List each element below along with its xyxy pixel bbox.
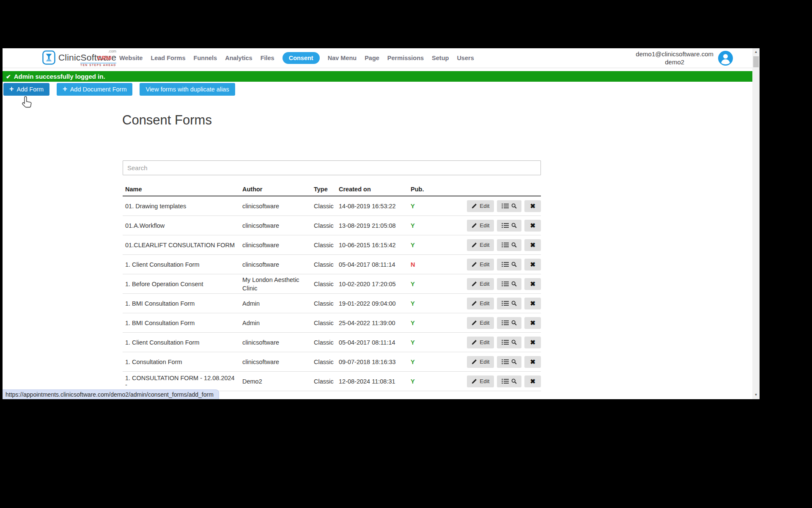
nav-item[interactable]: Setup	[432, 55, 449, 61]
search-input[interactable]	[123, 160, 541, 175]
cell-author: clinicsoftware	[242, 338, 314, 347]
nav-item[interactable]: Website	[119, 55, 143, 61]
view-entries-button[interactable]	[497, 200, 521, 212]
edit-button-label: Edit	[480, 203, 489, 209]
vertical-scrollbar[interactable]: ▲ ▼	[752, 48, 760, 399]
cell-form-name: 1. CONSULTATION FORM - 12.08.2024 -	[123, 375, 242, 388]
view-entries-button[interactable]	[497, 278, 521, 290]
row-actions: Edit	[457, 317, 541, 329]
magnifier-icon	[511, 262, 517, 267]
add-document-form-button[interactable]: + Add Document Form	[57, 83, 132, 96]
cell-pub: Y	[411, 281, 457, 287]
nav-item[interactable]: Page	[365, 55, 379, 61]
delete-button[interactable]: ✖	[524, 220, 541, 232]
view-entries-button[interactable]	[497, 220, 521, 232]
row-actions: Edit	[457, 259, 541, 271]
cell-type: Classic	[314, 320, 339, 326]
cell-type: Classic	[314, 359, 339, 365]
magnifier-icon	[511, 281, 517, 287]
add-form-button[interactable]: + Add Form	[3, 83, 49, 96]
close-icon: ✖	[530, 319, 535, 327]
nav-item[interactable]: Funnels	[194, 55, 217, 61]
account-menu[interactable]: demo1@clinicsoftware.com demo2	[636, 50, 733, 66]
nav-item[interactable]: Consent	[283, 52, 320, 64]
page-title: Consent Forms	[122, 113, 212, 128]
edit-button[interactable]: Edit	[467, 298, 494, 309]
list-icon	[502, 378, 509, 384]
edit-button-label: Edit	[480, 378, 489, 384]
cell-form-name: 1. BMI Consultation Form	[123, 300, 242, 307]
scrollbar-thumb[interactable]	[753, 56, 759, 67]
delete-button[interactable]: ✖	[524, 278, 541, 290]
delete-button[interactable]: ✖	[524, 317, 541, 329]
scroll-down-arrow-icon[interactable]: ▼	[752, 393, 760, 397]
header-name: Name	[123, 186, 242, 193]
pencil-icon	[472, 281, 477, 287]
view-entries-button[interactable]	[497, 356, 521, 368]
list-icon	[502, 340, 509, 345]
edit-button-label: Edit	[480, 359, 489, 365]
row-actions: Edit	[457, 356, 541, 368]
edit-button[interactable]: Edit	[467, 356, 494, 368]
view-entries-button[interactable]	[497, 298, 521, 309]
cell-form-name: 01.CLEARLIFT CONSULTATION FORM	[123, 242, 242, 248]
view-entries-button[interactable]	[497, 259, 521, 271]
view-entries-button[interactable]	[497, 317, 521, 329]
cell-created-on: 10-02-2020 17:20:05	[339, 281, 411, 287]
view-entries-button[interactable]	[497, 239, 521, 251]
list-icon	[502, 320, 509, 326]
edit-button[interactable]: Edit	[467, 200, 494, 212]
user-avatar-icon[interactable]	[718, 51, 733, 66]
edit-button[interactable]: Edit	[467, 239, 494, 251]
mouse-cursor-pointer-icon	[21, 96, 33, 109]
nav-item[interactable]: Analytics	[225, 55, 252, 61]
nav-item[interactable]: Permissions	[387, 55, 424, 61]
cell-type: Classic	[314, 339, 339, 346]
clinicsoftware-logo-icon	[42, 50, 55, 65]
account-text: demo1@clinicsoftware.com demo2	[636, 50, 713, 66]
edit-button[interactable]: Edit	[467, 259, 494, 271]
delete-button[interactable]: ✖	[524, 259, 541, 271]
nav-item[interactable]: Nav Menu	[328, 55, 357, 61]
delete-button[interactable]: ✖	[524, 356, 541, 368]
edit-button[interactable]: Edit	[467, 337, 494, 348]
pencil-icon	[472, 203, 477, 209]
delete-button[interactable]: ✖	[524, 298, 541, 309]
edit-button[interactable]: Edit	[467, 317, 494, 329]
nav-item[interactable]: Files	[261, 55, 274, 61]
cell-form-name: 1. Client Consultation Form	[123, 261, 242, 268]
delete-button[interactable]: ✖	[524, 200, 541, 212]
cell-created-on: 05-04-2017 08:11:14	[339, 339, 411, 346]
edit-button-label: Edit	[480, 300, 489, 306]
cell-author: clinicsoftware	[242, 221, 314, 230]
magnifier-icon	[511, 340, 517, 345]
delete-button[interactable]: ✖	[524, 375, 541, 387]
header-type: Type	[314, 186, 339, 193]
close-icon: ✖	[530, 241, 535, 249]
cell-form-name: 01.A.Workflow	[123, 222, 242, 229]
delete-button[interactable]: ✖	[524, 239, 541, 251]
cell-author: My London Aesthetic Clinic	[242, 276, 314, 293]
delete-button[interactable]: ✖	[524, 337, 541, 348]
cell-created-on: 12-08-2024 11:08:31	[339, 378, 411, 385]
magnifier-icon	[511, 223, 517, 228]
nav-item[interactable]: CRM	[97, 55, 111, 61]
list-icon	[502, 262, 509, 267]
close-icon: ✖	[530, 378, 535, 385]
cell-pub: Y	[411, 339, 457, 346]
edit-button-label: Edit	[480, 281, 489, 287]
browser-viewport: ClinicSoftware .com TEN STEPS AHEAD CRM …	[3, 48, 760, 399]
edit-button[interactable]: Edit	[467, 220, 494, 232]
view-duplicate-alias-button[interactable]: View forms with duplicate alias	[140, 83, 235, 96]
cell-pub: Y	[411, 300, 457, 307]
statusbar-url: https://appointments.clinicsoftware.com/…	[5, 391, 214, 398]
scroll-up-arrow-icon[interactable]: ▲	[752, 50, 760, 54]
edit-button[interactable]: Edit	[467, 375, 494, 387]
nav-item[interactable]: Lead Forms	[151, 55, 185, 61]
close-icon: ✖	[530, 280, 535, 288]
view-entries-button[interactable]	[497, 375, 521, 387]
view-entries-button[interactable]	[497, 337, 521, 348]
nav-item[interactable]: Users	[457, 55, 474, 61]
consent-forms-table: Name Author Type Created on Pub. 01. Dra…	[123, 183, 541, 391]
edit-button[interactable]: Edit	[467, 278, 494, 290]
